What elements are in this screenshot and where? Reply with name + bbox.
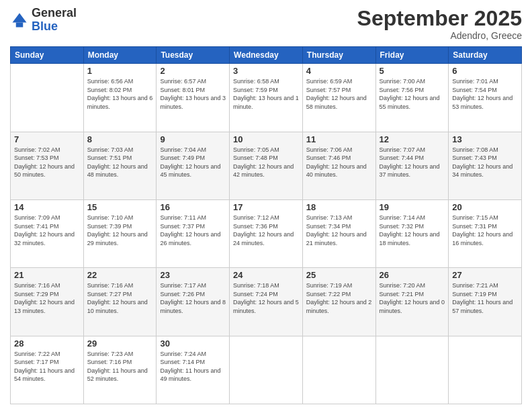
calendar-cell: 3Sunrise: 6:58 AMSunset: 7:59 PMDaylight…	[230, 64, 303, 132]
calendar-cell: 8Sunrise: 7:03 AMSunset: 7:51 PMDaylight…	[83, 132, 157, 199]
calendar-cell: 20Sunrise: 7:15 AMSunset: 7:31 PMDayligh…	[449, 199, 522, 267]
day-info: Sunrise: 7:16 AMSunset: 7:29 PMDaylight:…	[14, 281, 80, 315]
day-info: Sunrise: 7:23 AMSunset: 7:16 PMDaylight:…	[87, 350, 153, 383]
calendar-cell: 5Sunrise: 7:00 AMSunset: 7:56 PMDaylight…	[375, 64, 449, 132]
day-number: 9	[160, 134, 226, 144]
day-number: 8	[87, 134, 153, 144]
calendar-week-3: 21Sunrise: 7:16 AMSunset: 7:29 PMDayligh…	[11, 268, 522, 336]
logo-blue: Blue	[32, 19, 58, 33]
day-info: Sunrise: 7:05 AMSunset: 7:48 PMDaylight:…	[233, 146, 299, 179]
calendar-cell: 19Sunrise: 7:14 AMSunset: 7:32 PMDayligh…	[375, 199, 449, 267]
calendar-cell: 10Sunrise: 7:05 AMSunset: 7:48 PMDayligh…	[230, 132, 303, 199]
day-info: Sunrise: 7:16 AMSunset: 7:27 PMDaylight:…	[87, 281, 153, 315]
day-header-friday: Friday	[375, 47, 449, 64]
calendar-cell: 21Sunrise: 7:16 AMSunset: 7:29 PMDayligh…	[11, 268, 84, 336]
day-info: Sunrise: 7:07 AMSunset: 7:44 PMDaylight:…	[380, 146, 445, 179]
day-info: Sunrise: 7:13 AMSunset: 7:34 PMDaylight:…	[306, 214, 372, 247]
day-number: 19	[380, 202, 445, 212]
day-info: Sunrise: 7:10 AMSunset: 7:39 PMDaylight:…	[87, 214, 153, 247]
day-header-wednesday: Wednesday	[230, 47, 303, 64]
calendar-cell	[302, 336, 375, 404]
calendar-cell: 6Sunrise: 7:01 AMSunset: 7:54 PMDaylight…	[449, 64, 522, 132]
calendar-table: SundayMondayTuesdayWednesdayThursdayFrid…	[10, 46, 522, 404]
day-info: Sunrise: 7:14 AMSunset: 7:32 PMDaylight:…	[380, 214, 445, 247]
calendar-page: General Blue September 2025 Adendro, Gre…	[0, 0, 532, 411]
day-info: Sunrise: 7:22 AMSunset: 7:17 PMDaylight:…	[14, 350, 80, 383]
calendar-week-4: 28Sunrise: 7:22 AMSunset: 7:17 PMDayligh…	[11, 336, 522, 404]
calendar-cell: 11Sunrise: 7:06 AMSunset: 7:46 PMDayligh…	[302, 132, 375, 199]
day-number: 18	[306, 202, 372, 212]
day-info: Sunrise: 7:18 AMSunset: 7:24 PMDaylight:…	[233, 281, 299, 315]
svg-rect-1	[16, 22, 24, 27]
calendar-cell: 27Sunrise: 7:21 AMSunset: 7:19 PMDayligh…	[449, 268, 522, 336]
day-info: Sunrise: 7:17 AMSunset: 7:26 PMDaylight:…	[160, 281, 226, 315]
day-number: 4	[306, 66, 372, 76]
day-info: Sunrise: 7:20 AMSunset: 7:21 PMDaylight:…	[380, 281, 445, 315]
calendar-cell: 24Sunrise: 7:18 AMSunset: 7:24 PMDayligh…	[230, 268, 303, 336]
calendar-cell: 9Sunrise: 7:04 AMSunset: 7:49 PMDaylight…	[157, 132, 230, 199]
logo-general: General	[32, 6, 77, 19]
calendar-cell	[375, 336, 449, 404]
day-info: Sunrise: 7:24 AMSunset: 7:14 PMDaylight:…	[160, 350, 226, 383]
calendar-cell: 18Sunrise: 7:13 AMSunset: 7:34 PMDayligh…	[302, 199, 375, 267]
day-number: 25	[306, 270, 372, 280]
day-number: 2	[160, 66, 226, 76]
day-info: Sunrise: 7:15 AMSunset: 7:31 PMDaylight:…	[452, 214, 518, 247]
day-number: 3	[233, 66, 299, 76]
day-number: 10	[233, 134, 299, 144]
calendar-cell: 26Sunrise: 7:20 AMSunset: 7:21 PMDayligh…	[375, 268, 449, 336]
calendar-cell: 1Sunrise: 6:56 AMSunset: 8:02 PMDaylight…	[83, 64, 157, 132]
day-info: Sunrise: 7:04 AMSunset: 7:49 PMDaylight:…	[160, 146, 226, 179]
day-number: 13	[452, 134, 518, 144]
month-title: September 2025	[357, 7, 522, 30]
day-info: Sunrise: 7:21 AMSunset: 7:19 PMDaylight:…	[452, 281, 518, 315]
day-info: Sunrise: 6:58 AMSunset: 7:59 PMDaylight:…	[233, 77, 299, 111]
day-number: 14	[14, 202, 80, 212]
logo: General Blue	[10, 7, 77, 34]
day-number: 21	[14, 270, 80, 280]
calendar-cell: 29Sunrise: 7:23 AMSunset: 7:16 PMDayligh…	[83, 336, 157, 404]
calendar-week-2: 14Sunrise: 7:09 AMSunset: 7:41 PMDayligh…	[11, 199, 522, 267]
day-number: 11	[306, 134, 372, 144]
day-number: 15	[87, 202, 153, 212]
calendar-week-1: 7Sunrise: 7:02 AMSunset: 7:53 PMDaylight…	[11, 132, 522, 199]
logo-icon	[10, 11, 29, 30]
calendar-cell: 30Sunrise: 7:24 AMSunset: 7:14 PMDayligh…	[157, 336, 230, 404]
day-info: Sunrise: 7:02 AMSunset: 7:53 PMDaylight:…	[14, 146, 80, 179]
day-info: Sunrise: 6:59 AMSunset: 7:57 PMDaylight:…	[306, 77, 372, 111]
calendar-cell: 14Sunrise: 7:09 AMSunset: 7:41 PMDayligh…	[11, 199, 84, 267]
day-number: 20	[452, 202, 518, 212]
title-block: September 2025 Adendro, Greece	[357, 7, 522, 41]
calendar-cell	[230, 336, 303, 404]
header: General Blue September 2025 Adendro, Gre…	[10, 7, 522, 41]
svg-marker-0	[13, 13, 27, 22]
day-number: 1	[87, 66, 153, 76]
day-number: 26	[380, 270, 445, 280]
day-info: Sunrise: 7:12 AMSunset: 7:36 PMDaylight:…	[233, 214, 299, 247]
day-number: 6	[452, 66, 518, 76]
calendar-cell: 16Sunrise: 7:11 AMSunset: 7:37 PMDayligh…	[157, 199, 230, 267]
day-info: Sunrise: 7:00 AMSunset: 7:56 PMDaylight:…	[380, 77, 445, 111]
day-number: 22	[87, 270, 153, 280]
calendar-cell	[11, 64, 84, 132]
calendar-header-row: SundayMondayTuesdayWednesdayThursdayFrid…	[11, 47, 522, 64]
calendar-cell: 13Sunrise: 7:08 AMSunset: 7:43 PMDayligh…	[449, 132, 522, 199]
day-number: 12	[380, 134, 445, 144]
day-number: 29	[87, 338, 153, 349]
day-number: 23	[160, 270, 226, 280]
location: Adendro, Greece	[357, 30, 522, 41]
calendar-cell: 15Sunrise: 7:10 AMSunset: 7:39 PMDayligh…	[83, 199, 157, 267]
day-info: Sunrise: 7:01 AMSunset: 7:54 PMDaylight:…	[452, 77, 518, 111]
day-number: 7	[14, 134, 80, 144]
day-header-saturday: Saturday	[449, 47, 522, 64]
day-number: 30	[160, 338, 226, 349]
day-info: Sunrise: 7:09 AMSunset: 7:41 PMDaylight:…	[14, 214, 80, 247]
day-number: 16	[160, 202, 226, 212]
day-info: Sunrise: 7:08 AMSunset: 7:43 PMDaylight:…	[452, 146, 518, 179]
day-info: Sunrise: 6:56 AMSunset: 8:02 PMDaylight:…	[87, 77, 153, 111]
day-header-tuesday: Tuesday	[157, 47, 230, 64]
calendar-cell: 17Sunrise: 7:12 AMSunset: 7:36 PMDayligh…	[230, 199, 303, 267]
day-header-sunday: Sunday	[11, 47, 84, 64]
day-info: Sunrise: 7:11 AMSunset: 7:37 PMDaylight:…	[160, 214, 226, 247]
calendar-cell: 2Sunrise: 6:57 AMSunset: 8:01 PMDaylight…	[157, 64, 230, 132]
